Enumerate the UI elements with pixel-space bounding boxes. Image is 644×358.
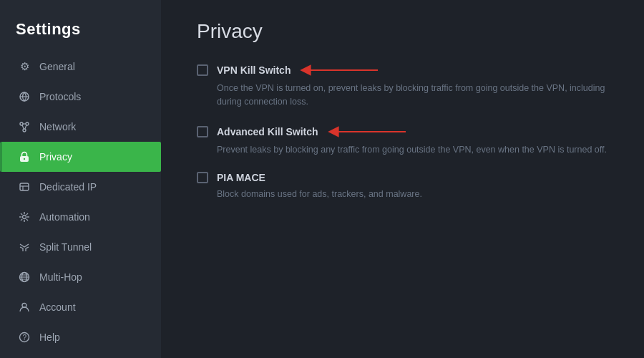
sidebar-item-account[interactable]: Account [0,292,161,322]
help-icon: ? [18,331,31,344]
sidebar-item-label: Network [39,121,76,132]
sidebar-item-network[interactable]: Network [0,112,161,142]
page-title: Privacy [197,20,608,43]
setting-advanced-kill-switch: Advanced Kill Switch Prevent leaks by bl… [197,125,608,157]
sidebar-item-label: Account [39,301,76,313]
automation-icon [18,211,31,223]
sidebar-item-label: Split Tunnel [39,241,92,253]
setting-row: PIA MACE [197,172,608,183]
svg-text:?: ? [23,334,27,342]
account-icon [18,301,31,314]
sidebar-item-split-tunnel[interactable]: Split Tunnel [0,232,161,262]
vpn-kill-switch-checkbox[interactable] [197,64,208,76]
svg-line-19 [26,219,28,221]
multi-hop-icon [18,271,31,284]
sidebar-item-automation[interactable]: Automation [0,202,161,232]
sidebar: Settings ⚙ General Protocols Network [0,0,161,358]
setting-vpn-kill-switch: VPN Kill Switch Once the VPN is turned o… [197,63,608,109]
split-tunnel-icon [18,241,31,253]
setting-row: VPN Kill Switch [197,63,608,77]
svg-point-9 [24,158,25,160]
sidebar-item-label: General [39,61,75,72]
sidebar-item-label: Privacy [39,151,72,163]
svg-line-7 [25,125,26,130]
sidebar-item-privacy[interactable]: Privacy [0,142,161,172]
arrow-annotation-2 [327,125,413,139]
sidebar-item-multi-hop[interactable]: Multi-Hop [0,262,161,292]
setting-label: Advanced Kill Switch [217,126,318,137]
sidebar-item-label: Dedicated IP [39,181,97,193]
sidebar-item-protocols[interactable]: Protocols [0,82,161,112]
svg-line-18 [21,213,22,215]
svg-line-21 [21,219,22,221]
setting-row: Advanced Kill Switch [197,125,608,139]
dedicated-ip-icon [18,180,31,193]
pia-mace-checkbox[interactable] [197,172,208,183]
setting-description: Block domains used for ads, trackers, an… [197,188,608,201]
network-icon [18,120,31,133]
sidebar-item-label: Multi-Hop [39,271,82,283]
sidebar-item-dedicated-ip[interactable]: Dedicated IP [0,172,161,202]
svg-line-20 [26,213,28,215]
setting-pia-mace: PIA MACE Block domains used for ads, tra… [197,172,608,201]
sidebar-item-label: Help [39,332,60,343]
svg-point-4 [23,129,26,132]
svg-point-13 [23,216,26,219]
setting-description: Prevent leaks by blocking any traffic fr… [197,143,608,157]
arrow-annotation-1 [299,63,385,77]
svg-rect-10 [20,183,29,190]
sidebar-item-help[interactable]: ? Help [0,322,161,352]
protocols-icon [18,90,31,103]
setting-label: PIA MACE [217,172,265,183]
setting-description: Once the VPN is turned on, prevent leaks… [197,82,608,109]
lock-icon [18,150,31,163]
setting-label: VPN Kill Switch [217,64,291,76]
gear-icon: ⚙ [18,60,31,73]
advanced-kill-switch-checkbox[interactable] [197,126,208,137]
sidebar-item-general[interactable]: ⚙ General [0,52,161,82]
sidebar-item-label: Automation [39,211,90,223]
main-content: Privacy VPN Kill Switch Once the VPN is … [161,0,644,358]
sidebar-item-label: Protocols [39,91,81,102]
svg-line-6 [22,125,24,130]
sidebar-title: Settings [0,7,161,52]
